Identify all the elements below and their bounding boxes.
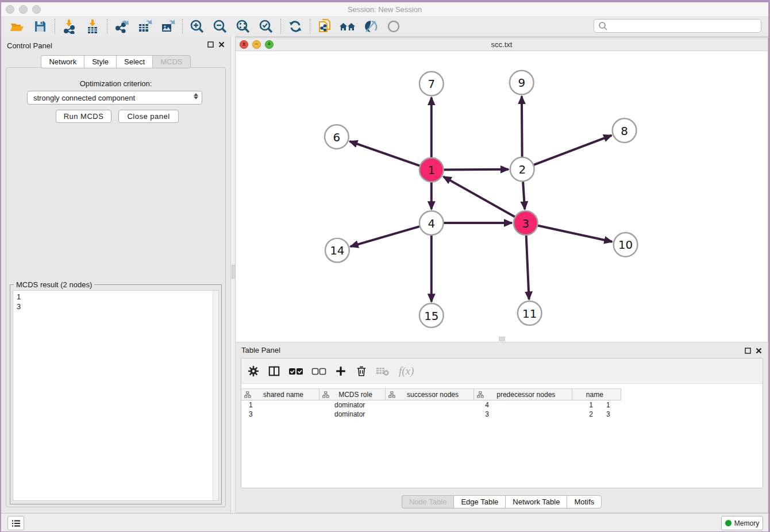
mcds-result-list[interactable]: 13	[13, 290, 219, 501]
search-icon	[598, 21, 609, 31]
graph-node-7[interactable]: 7	[419, 72, 444, 96]
column-type-icon	[477, 391, 484, 398]
zoom-out-button[interactable]	[209, 18, 232, 35]
delete-column-button[interactable]	[355, 365, 368, 377]
close-panel-button[interactable]: Close panel	[118, 110, 179, 123]
export-image-icon	[160, 19, 176, 34]
memory-button[interactable]: Memory	[721, 516, 763, 530]
memory-label: Memory	[734, 519, 759, 527]
column-header-MCDS-role[interactable]: MCDS role	[319, 389, 386, 400]
table-panel-title: Table Panel	[241, 346, 280, 354]
mcds-result-line: 3	[13, 302, 218, 311]
graph-edge-2-8[interactable]	[522, 136, 612, 169]
table-cell[interactable]: dominator	[327, 410, 401, 418]
export-table-button[interactable]	[133, 18, 156, 35]
export-network-button[interactable]	[110, 18, 133, 35]
tab-select[interactable]: Select	[116, 55, 152, 68]
table-settings-button[interactable]	[247, 365, 260, 377]
tab-mcds[interactable]: MCDS	[152, 55, 190, 68]
control-panel-tabs: NetworkStyleSelectMCDS	[1, 55, 230, 68]
float-panel-icon[interactable]	[207, 41, 214, 48]
graph-node-2[interactable]: 2	[510, 157, 534, 182]
table-row[interactable]: 1dominator411	[241, 400, 763, 410]
function-builder-button[interactable]: f(x)	[399, 365, 414, 377]
network-window: x − + scc.txt 7968124314101511	[235, 37, 768, 342]
table-row[interactable]: 3dominator323	[241, 410, 763, 419]
graph-node-6[interactable]: 6	[325, 125, 349, 149]
graph-node-14[interactable]: 14	[325, 238, 349, 263]
run-mcds-button[interactable]: Run MCDS	[56, 110, 111, 123]
svg-text:11: 11	[522, 307, 537, 321]
graph-node-9[interactable]: 9	[510, 71, 534, 95]
tab-style[interactable]: Style	[84, 55, 116, 68]
hide-panel-button[interactable]	[382, 18, 405, 35]
network-graph[interactable]: 7968124314101511	[236, 51, 768, 340]
optimization-criterion-select[interactable]: strongly connected component	[27, 91, 202, 105]
column-header-successor-nodes[interactable]: successor nodes	[386, 389, 474, 400]
column-header-predecessor-nodes[interactable]: predecessor nodes	[474, 389, 572, 400]
close-panel-icon[interactable]	[218, 41, 225, 48]
search-box[interactable]	[594, 19, 761, 33]
graph-node-8[interactable]: 8	[613, 118, 637, 142]
toolbar-separator	[107, 19, 107, 34]
import-table-button[interactable]	[81, 18, 104, 35]
table-cell[interactable]: 4	[401, 401, 495, 409]
table-tab-network-table[interactable]: Network Table	[505, 495, 567, 508]
table-cell[interactable]: 1	[241, 401, 327, 409]
vertical-splitter[interactable]	[231, 36, 235, 514]
zoom-fit-button[interactable]	[232, 18, 255, 35]
mcds-result-fieldset: MCDS result (2 nodes) 13	[10, 284, 222, 504]
graph-edge-3-10[interactable]	[526, 223, 613, 242]
main-toolbar	[1, 16, 768, 37]
paint-icon	[363, 19, 378, 34]
graph-node-10[interactable]: 10	[614, 233, 638, 257]
table-tab-motifs[interactable]: Motifs	[567, 495, 602, 508]
network-resize-grip[interactable]	[499, 337, 505, 341]
graph-node-4[interactable]: 4	[419, 211, 444, 235]
automation-panel-button[interactable]	[7, 516, 24, 530]
refresh-layout-button[interactable]	[284, 18, 307, 35]
export-image-button[interactable]	[156, 18, 179, 35]
graph-node-11[interactable]: 11	[518, 301, 542, 325]
tab-network[interactable]: Network	[41, 55, 84, 68]
table-cell[interactable]: 2	[495, 410, 599, 418]
save-session-button[interactable]	[29, 18, 52, 35]
table-tab-edge-table[interactable]: Edge Table	[453, 495, 505, 508]
zoom-in-button[interactable]	[186, 18, 209, 35]
split-view-button[interactable]	[268, 365, 280, 377]
graph-edge-1-6[interactable]	[349, 141, 431, 170]
optimization-criterion-value: strongly connected component	[33, 94, 135, 102]
style-brush-button[interactable]	[359, 18, 382, 35]
search-input[interactable]	[609, 22, 761, 30]
table-tab-node-table[interactable]: Node Table	[402, 495, 454, 508]
open-file-button[interactable]	[6, 18, 29, 35]
table-cell[interactable]: dominator	[327, 401, 401, 409]
network-title: scc.txt	[236, 40, 768, 49]
zoom-fit-icon	[236, 19, 251, 34]
select-all-columns-button[interactable]	[288, 367, 303, 376]
column-header-shared-name[interactable]: shared name	[241, 389, 319, 400]
clone-network-button[interactable]	[313, 18, 336, 35]
table-cell[interactable]: 3	[599, 410, 655, 418]
table-cell[interactable]: 3	[401, 410, 495, 418]
close-panel-icon[interactable]	[756, 348, 762, 354]
create-column-button[interactable]	[334, 365, 347, 377]
deselect-all-columns-button[interactable]	[311, 367, 326, 376]
float-panel-icon[interactable]	[745, 348, 751, 354]
graph-node-3[interactable]: 3	[514, 211, 538, 235]
zoom-selected-button[interactable]	[255, 18, 278, 35]
home-networks-button[interactable]	[336, 18, 359, 35]
graph-node-1[interactable]: 1	[419, 158, 444, 182]
result-scrollbar[interactable]	[213, 291, 218, 500]
delete-table-button[interactable]	[376, 366, 390, 376]
table-cell[interactable]: 1	[495, 401, 599, 409]
table-cell[interactable]: 1	[599, 401, 655, 409]
mcds-result-line: 1	[13, 291, 218, 302]
control-panel: Control Panel NetworkStyleSelectMCDS Opt…	[1, 36, 231, 514]
control-panel-title: Control Panel	[7, 41, 52, 50]
graph-node-15[interactable]: 15	[419, 303, 444, 327]
import-network-button[interactable]	[58, 18, 81, 35]
graph-edge-3-1[interactable]	[444, 176, 526, 223]
column-header-name[interactable]: name	[572, 389, 621, 400]
table-cell[interactable]: 3	[241, 410, 327, 418]
